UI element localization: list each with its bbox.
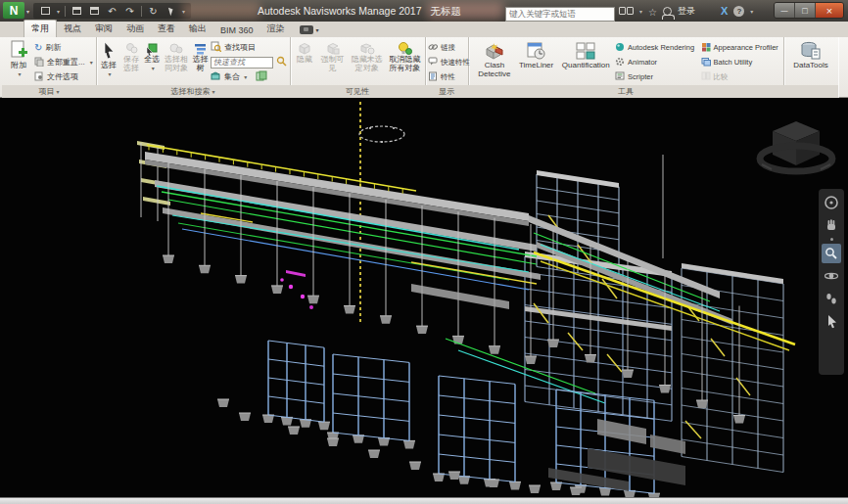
appearance-profiler-button[interactable]: Appearance Profiler	[700, 40, 781, 55]
group-label-display: 显示	[425, 85, 468, 98]
compare-label: 比较	[714, 72, 729, 82]
properties-icon	[428, 71, 438, 83]
tab-viewpoint[interactable]: 视点	[57, 21, 88, 37]
unhide-all-icon	[397, 41, 412, 56]
sign-in-button[interactable]: 登录	[678, 5, 695, 18]
model-3d[interactable]	[0, 98, 848, 498]
unhide-all-button[interactable]: 取消隐藏所有对象	[387, 38, 423, 73]
application-menu-button[interactable]: N	[3, 2, 24, 19]
refresh-icon: ↻	[34, 42, 42, 53]
manage-sets-icon[interactable]	[256, 70, 267, 83]
group-label-select-search[interactable]: 选择和搜索	[96, 85, 290, 98]
steering-wheel-icon[interactable]	[822, 193, 841, 212]
reset-all-icon	[34, 57, 44, 69]
links-icon	[428, 43, 438, 53]
selection-cursor-icon[interactable]	[822, 311, 841, 331]
appearance-profiler-icon	[701, 42, 711, 54]
datatools-button[interactable]: DataTools	[787, 38, 834, 70]
find-items-button[interactable]: 查找项目	[210, 40, 288, 55]
group-tools: Clash Detective TimeLiner	[468, 37, 784, 98]
hide-label: 隐藏	[297, 56, 312, 65]
clash-detective-icon	[483, 40, 506, 62]
append-button[interactable]: 附加	[4, 38, 33, 79]
tab-output[interactable]: 输出	[182, 21, 213, 37]
restore-button[interactable]	[795, 3, 816, 18]
require-icon	[325, 41, 340, 56]
batch-utility-button[interactable]: Batch Utility	[700, 55, 781, 69]
open-dropdown-icon[interactable]: ▾	[57, 8, 60, 15]
tab-review[interactable]: 审阅	[88, 21, 119, 37]
scripter-button[interactable]: Scripter	[614, 69, 699, 84]
app-title: Autodesk Navisworks Manage 2017	[258, 5, 422, 19]
tab-animation[interactable]: 动画	[119, 21, 151, 37]
quick-properties-button[interactable]: 快速特性	[427, 55, 466, 69]
search-binoculars-icon[interactable]	[619, 7, 634, 15]
navigation-bar	[819, 189, 844, 375]
quick-find-input[interactable]	[211, 57, 273, 69]
save-selection-label: 保存选择	[119, 56, 143, 73]
refresh-button[interactable]	[147, 5, 160, 18]
animator-button[interactable]: Animator	[614, 55, 699, 69]
close-button[interactable]	[816, 3, 843, 18]
scripter-label: Scripter	[628, 72, 653, 81]
orbit-icon[interactable]	[822, 266, 841, 286]
chevron-down-icon	[150, 65, 155, 73]
minimize-button[interactable]	[775, 3, 795, 18]
refresh-model-button[interactable]: ↻ 刷新	[33, 40, 94, 55]
file-options-button[interactable]: 文件选项	[33, 69, 94, 84]
select-cursor-icon	[101, 40, 117, 62]
require-button: 强制可见	[317, 38, 349, 73]
tab-home[interactable]: 常用	[24, 20, 57, 37]
selection-tree-button[interactable]: 选择树	[191, 38, 210, 73]
help-icon[interactable]	[733, 6, 744, 17]
batch-utility-label: Batch Utility	[714, 58, 753, 67]
select-same-button: 选择相同对象	[162, 38, 192, 73]
properties-button[interactable]: 特性	[427, 69, 466, 84]
append-label: 附加	[11, 62, 26, 70]
search-dropdown-icon[interactable]: ▾	[639, 8, 642, 15]
tab-bim360[interactable]: BIM 360	[213, 23, 260, 37]
clash-detective-button[interactable]: Clash Detective	[474, 38, 515, 79]
scripter-icon	[615, 71, 625, 82]
open-button[interactable]	[39, 5, 52, 18]
print-button[interactable]	[88, 5, 101, 18]
select-button[interactable]: 选择	[98, 38, 119, 79]
separator	[65, 6, 66, 17]
viewport-3d[interactable]	[0, 98, 848, 498]
redo-button[interactable]	[123, 5, 136, 18]
quick-find-search-icon[interactable]	[276, 56, 287, 69]
save-button[interactable]	[71, 5, 83, 18]
sets-dropdown[interactable]: 集合	[224, 71, 247, 82]
autodesk-rendering-button[interactable]: Autodesk Rendering	[614, 40, 699, 55]
select-all-button[interactable]: 全选	[143, 38, 162, 73]
group-datatools: DataTools	[783, 37, 838, 98]
hide-unselected-button: 隐藏未选定对象	[348, 38, 386, 73]
timeliner-button[interactable]: TimeLiner	[515, 38, 558, 70]
zoom-tool-icon[interactable]	[822, 244, 841, 263]
undo-button[interactable]	[106, 5, 118, 18]
quick-properties-icon	[428, 57, 438, 68]
quantification-button[interactable]: Quantification	[557, 38, 614, 70]
tab-view[interactable]: 查看	[151, 21, 182, 37]
search-input[interactable]	[505, 7, 615, 22]
exchange-apps-icon[interactable]	[721, 5, 728, 17]
tab-render[interactable]: 渲染	[260, 21, 292, 37]
reset-all-button[interactable]: 全部重置...	[33, 55, 94, 69]
hide-icon	[297, 41, 311, 56]
select-tool-button[interactable]	[165, 5, 177, 18]
group-label-project[interactable]: 项目	[2, 85, 96, 98]
find-items-label: 查找项目	[224, 42, 256, 53]
user-account-icon[interactable]	[663, 7, 672, 16]
walk-icon[interactable]	[822, 289, 841, 308]
favorites-star-icon[interactable]	[648, 2, 657, 20]
help-dropdown-icon[interactable]: ▾	[750, 8, 753, 15]
links-button[interactable]: 链接	[427, 40, 466, 55]
group-display: 链接 快速特性	[425, 37, 469, 98]
quantification-label: Quantification	[562, 62, 610, 70]
ribbon-display-options[interactable]: ▾	[300, 25, 319, 37]
separator	[141, 6, 142, 17]
timeliner-label: TimeLiner	[519, 62, 553, 70]
quick-properties-label: 快速特性	[441, 58, 470, 68]
navbar-dot-icon	[830, 238, 833, 241]
pan-hand-icon[interactable]	[822, 215, 841, 235]
